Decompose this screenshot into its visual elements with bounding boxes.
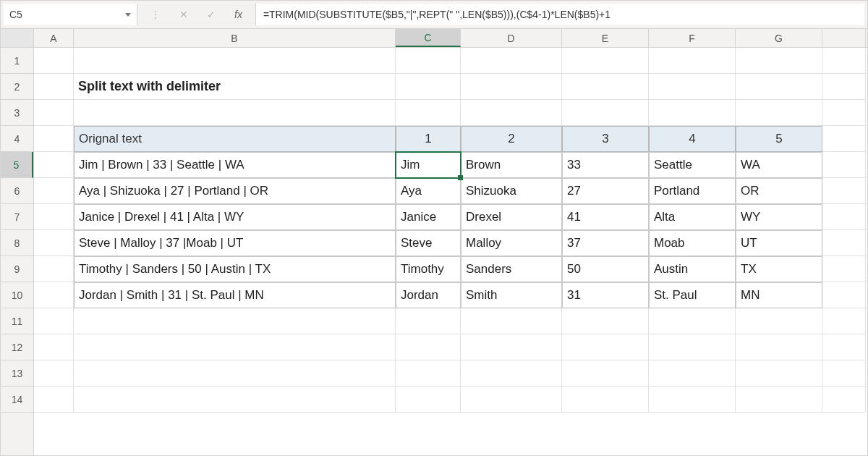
row-header[interactable]: 8 (1, 230, 33, 256)
table-cell[interactable]: 50 (562, 256, 649, 282)
table-cell[interactable]: 27 (562, 178, 649, 204)
table-cell[interactable]: Aya | Shizuoka | 27 | Portland | OR (74, 178, 396, 204)
col-header-f[interactable]: F (649, 29, 736, 47)
cell[interactable] (822, 282, 866, 308)
table-cell[interactable]: 41 (562, 204, 649, 230)
table-cell[interactable]: WY (736, 204, 822, 230)
col-header-e[interactable]: E (562, 29, 649, 47)
cell[interactable] (34, 126, 74, 152)
table-cell[interactable]: Malloy (461, 230, 562, 256)
cell[interactable] (649, 48, 736, 74)
cell[interactable] (34, 334, 74, 360)
cell[interactable] (34, 48, 74, 74)
cell[interactable] (822, 74, 866, 100)
cell[interactable] (736, 360, 822, 387)
cell[interactable] (34, 256, 74, 282)
table-header[interactable]: 1 (396, 126, 461, 152)
cell[interactable] (822, 178, 866, 204)
cell[interactable] (34, 282, 74, 308)
table-cell[interactable]: Moab (649, 230, 736, 256)
table-cell[interactable]: Shizuoka (461, 178, 562, 204)
table-cell[interactable]: Aya (396, 178, 461, 204)
cell[interactable] (34, 230, 74, 256)
table-cell[interactable]: Jordan (396, 282, 461, 308)
cell[interactable] (736, 308, 822, 334)
cell[interactable] (822, 152, 866, 178)
row-header[interactable]: 1 (1, 48, 33, 74)
row-header[interactable]: 10 (1, 282, 33, 308)
table-cell[interactable]: Jim (396, 152, 461, 178)
row-header[interactable]: 11 (1, 308, 33, 334)
cell[interactable] (461, 334, 562, 360)
cell[interactable] (34, 152, 74, 178)
chevron-down-icon[interactable] (125, 13, 131, 17)
row-header[interactable]: 12 (1, 334, 33, 360)
row-header[interactable]: 2 (1, 74, 33, 100)
cell[interactable] (562, 308, 649, 334)
table-cell[interactable]: Alta (649, 204, 736, 230)
table-cell[interactable]: Smith (461, 282, 562, 308)
cell[interactable] (822, 100, 866, 126)
formula-input[interactable]: =TRIM(MID(SUBSTITUTE($B5,"|",REPT(" ",LE… (255, 4, 864, 25)
cell[interactable] (562, 360, 649, 387)
table-cell[interactable]: Drexel (461, 204, 562, 230)
cell[interactable] (396, 387, 461, 413)
table-cell[interactable]: Timothy (396, 256, 461, 282)
cell[interactable] (822, 387, 866, 413)
table-cell[interactable]: TX (736, 256, 822, 282)
table-cell[interactable]: OR (736, 178, 822, 204)
cell[interactable] (822, 230, 866, 256)
table-cell[interactable]: 31 (562, 282, 649, 308)
cell[interactable] (649, 360, 736, 387)
cell[interactable] (34, 178, 74, 204)
cell[interactable] (562, 74, 649, 100)
cell[interactable] (396, 48, 461, 74)
cell[interactable] (396, 100, 461, 126)
cell[interactable] (461, 48, 562, 74)
cell[interactable] (34, 387, 74, 413)
cell[interactable] (822, 204, 866, 230)
cell[interactable] (736, 334, 822, 360)
cell[interactable] (461, 308, 562, 334)
cell[interactable] (562, 334, 649, 360)
row-header[interactable]: 4 (1, 126, 33, 152)
cell[interactable] (34, 204, 74, 230)
table-header[interactable]: 3 (562, 126, 649, 152)
name-box[interactable]: C5 (4, 4, 137, 25)
select-all-corner[interactable] (1, 29, 34, 47)
cell[interactable] (562, 100, 649, 126)
table-header[interactable]: 5 (736, 126, 822, 152)
col-header-a[interactable]: A (34, 29, 74, 47)
table-header[interactable]: 2 (461, 126, 562, 152)
cell[interactable] (649, 74, 736, 100)
row-header[interactable]: 9 (1, 256, 33, 282)
col-header-blank[interactable] (822, 29, 866, 47)
table-cell[interactable]: Jordan | Smith | 31 | St. Paul | MN (74, 282, 396, 308)
cell[interactable] (562, 48, 649, 74)
cell[interactable] (649, 308, 736, 334)
cell[interactable] (396, 74, 461, 100)
row-header[interactable]: 3 (1, 100, 33, 126)
cell[interactable] (736, 387, 822, 413)
col-header-g[interactable]: G (736, 29, 822, 47)
table-header[interactable]: 4 (649, 126, 736, 152)
cell[interactable] (736, 100, 822, 126)
table-cell[interactable]: Steve (396, 230, 461, 256)
cell[interactable] (34, 308, 74, 334)
cell[interactable] (461, 100, 562, 126)
cell[interactable] (34, 100, 74, 126)
cell[interactable] (822, 334, 866, 360)
cell[interactable] (736, 74, 822, 100)
cell[interactable] (74, 308, 396, 334)
table-cell[interactable]: 33 (562, 152, 649, 178)
cell[interactable] (461, 387, 562, 413)
cell[interactable] (74, 100, 396, 126)
table-header[interactable]: Orignal text (74, 126, 396, 152)
cell[interactable] (74, 334, 396, 360)
enter-icon[interactable]: ✓ (207, 9, 216, 20)
fx-icon[interactable]: fx (234, 9, 242, 20)
cell[interactable] (74, 387, 396, 413)
cell[interactable] (34, 360, 74, 387)
cell[interactable] (822, 48, 866, 74)
table-cell[interactable]: Brown (461, 152, 562, 178)
